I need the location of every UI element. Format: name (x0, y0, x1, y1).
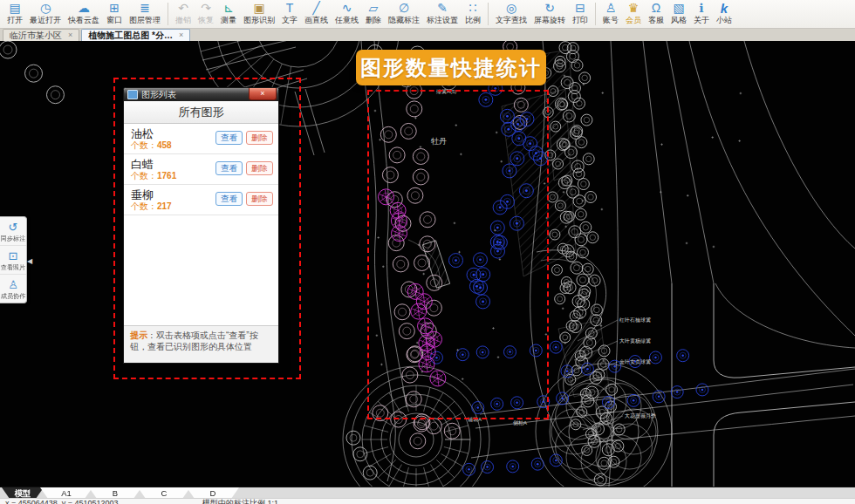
hint-label: 提示 (130, 330, 147, 340)
vip-icon: ♛ (628, 1, 640, 16)
undo-icon: ↶ (178, 1, 188, 16)
toolbar-freehand-line[interactable]: ∿任意线 (332, 1, 362, 25)
toolbar-separator (168, 3, 168, 25)
toolbar-annotation-settings[interactable]: ✎标注设置 (423, 1, 462, 25)
main-toolbar: ▤打开◷最近打开☁快看云盘⊞窗口≣图层管理↶撤销↷恢复⊾测量▣图形识别T文字╱画… (0, 0, 855, 29)
toolbar-style[interactable]: ▧风格 (667, 1, 690, 25)
delete-button[interactable]: 删除 (246, 131, 273, 145)
print-icon: ⊟ (575, 1, 585, 16)
delete-button[interactable]: 删除 (246, 161, 273, 175)
toolbar-hide-annotations-label: 隐藏标注 (388, 16, 420, 25)
toolbar-layer-manager[interactable]: ≣图层管理 (126, 1, 164, 25)
toolbar-customer-service[interactable]: Ω客服 (645, 1, 667, 25)
svg-text:铺装A: 铺装A (467, 417, 482, 422)
toolbar-shape-recognition-label: 图形识别 (243, 16, 275, 25)
style-icon: ▧ (673, 1, 684, 16)
toolbar-measure[interactable]: ⊾测量 (217, 1, 240, 25)
document-tab-1[interactable]: 临沂市某小区× (3, 29, 79, 41)
tab-close-icon[interactable]: × (179, 30, 183, 41)
measure-icon: ⊾ (223, 1, 234, 16)
toolbar-account[interactable]: ♙账号 (599, 1, 622, 25)
toolbar-separator (595, 3, 596, 25)
freehand-line-icon: ∿ (342, 1, 352, 16)
svg-text:大叶黄杨绿篱: 大叶黄杨绿篱 (619, 337, 651, 344)
toolbar-print[interactable]: ⊟打印 (569, 1, 592, 25)
toolbar-delete-label: 删除 (366, 16, 381, 25)
toolbar-open[interactable]: ▤打开 (3, 1, 26, 25)
shape-recognition-icon: ▣ (253, 1, 264, 16)
text-icon: T (286, 1, 294, 16)
hide-annotations-icon: ∅ (399, 1, 409, 16)
toolbar-cloud-drive-label: 快看云盘 (68, 16, 99, 25)
toolbar-shape-recognition[interactable]: ▣图形识别 (240, 1, 278, 25)
toolbar-screen-rotate[interactable]: ↻屏幕旋转 (530, 1, 569, 25)
text-search-icon: ◎ (506, 1, 516, 16)
graphics-list-dialog: 图形列表 × 所有图形 油松个数：458查看删除白蜡个数：1761查看删除垂柳个… (123, 87, 279, 364)
graphic-row[interactable]: 垂柳个数：217查看删除 (124, 185, 278, 215)
recent-open-icon: ◷ (40, 1, 51, 16)
row-buttons: 查看删除 (215, 161, 273, 175)
screen-rotate-icon: ↻ (544, 1, 555, 16)
panel-item-label: 成员协作 (1, 292, 26, 300)
toolbar-layer-manager-label: 图层管理 (129, 16, 161, 25)
cloud-drive-icon: ☁ (78, 1, 90, 16)
toolbar-hide-annotations[interactable]: ∅隐藏标注 (385, 1, 423, 25)
toolbar-scale[interactable]: ∷比例 (462, 1, 484, 25)
document-tab-label: 临沂市某小区 (10, 30, 62, 41)
layer-manager-icon: ≣ (140, 1, 150, 16)
scale-icon: ∷ (469, 1, 477, 16)
toolbar-delete[interactable]: ▱删除 (362, 1, 385, 25)
about-icon: ℹ (699, 1, 703, 16)
svg-text:侧柏A: 侧柏A (513, 420, 527, 426)
svg-text:金叶女贞球篱: 金叶女贞球篱 (619, 358, 651, 364)
open-icon: ▤ (9, 1, 20, 16)
delete-button[interactable]: 删除 (246, 192, 273, 206)
tab-close-icon[interactable]: × (68, 30, 72, 41)
dialog-titlebar[interactable]: 图形列表 × (124, 88, 278, 101)
draw-line-icon: ╱ (312, 1, 319, 16)
toolbar-vip[interactable]: ♛会员 (622, 1, 645, 25)
dialog-hint: 提示：双击表格项或点击“查看”按钮，查看已识别图形的具体位置 (124, 325, 278, 363)
panel-item-member-collaboration[interactable]: ♙成员协作 (0, 275, 26, 303)
dialog-close-button[interactable]: × (249, 88, 277, 100)
dialog-title: 图形列表 (141, 89, 249, 101)
customer-service-icon: Ω (652, 1, 660, 16)
panel-collapse-handle[interactable]: ◀ (27, 258, 32, 265)
document-tab-2[interactable]: 植物施工图总图 *分…× (81, 29, 190, 41)
layout-tab-strip: 模型A1BCD (0, 487, 855, 498)
toolbar-text-label: 文字 (282, 16, 298, 25)
toolbar-screen-rotate-label: 屏幕旋转 (534, 16, 565, 25)
toolbar-redo[interactable]: ↷恢复 (195, 1, 217, 25)
graphic-row[interactable]: 白蜡个数：1761查看删除 (124, 154, 278, 185)
document-tabbar: 临沂市某小区×植物施工图总图 *分…× (0, 29, 855, 41)
callout-banner: 图形数量快捷统计 (356, 50, 546, 85)
view-button[interactable]: 查看 (215, 161, 243, 175)
account-icon: ♙ (605, 1, 617, 16)
view-button[interactable]: 查看 (215, 131, 243, 145)
toolbar-window[interactable]: ⊞窗口 (103, 1, 126, 25)
toolbar-recent-open[interactable]: ◷最近打开 (26, 1, 65, 25)
hint-text: ：双击表格项或点击“查看”按钮，查看已识别图形的具体位置 (130, 330, 258, 351)
view-button[interactable]: 查看 (215, 192, 243, 206)
toolbar-undo[interactable]: ↶撤销 (172, 1, 195, 25)
toolbar-items: ▤打开◷最近打开☁快看云盘⊞窗口≣图层管理↶撤销↷恢复⊾测量▣图形识别T文字╱画… (3, 1, 735, 25)
callout-banner-text: 图形数量快捷统计 (360, 54, 542, 82)
graphic-row[interactable]: 油松个数：458查看删除 (124, 124, 278, 154)
toolbar-account-label: 账号 (603, 16, 619, 25)
delete-icon: ▱ (369, 1, 379, 16)
toolbar-about[interactable]: ℹ关于 (690, 1, 713, 25)
svg-text:牡丹: 牡丹 (431, 137, 447, 146)
toolbar-text[interactable]: T文字 (278, 1, 301, 25)
toolbar-cloud-drive[interactable]: ☁快看云盘 (65, 1, 103, 25)
status-bar: x = 455064438, y = 4510512003 模型中的标注比例 1… (0, 498, 855, 504)
toolbar-site[interactable]: k小站 (713, 1, 735, 25)
toolbar-freehand-line-label: 任意线 (335, 16, 359, 25)
svg-text:红叶石楠球篱: 红叶石楠球篱 (619, 317, 651, 324)
panel-item-sync-annotations[interactable]: ↺同步标注 (0, 217, 26, 246)
toolbar-text-search[interactable]: ◎文字查找 (492, 1, 530, 25)
toolbar-draw-line[interactable]: ╱画直线 (301, 1, 332, 25)
svg-text:绿篱A(5): 绿篱A(5) (436, 88, 456, 94)
svg-text:大花蔷薇月季: 大花蔷薇月季 (625, 412, 656, 419)
panel-item-view-photos[interactable]: ⊡查看照片 (0, 246, 26, 275)
toolbar-customer-service-label: 客服 (648, 16, 664, 25)
